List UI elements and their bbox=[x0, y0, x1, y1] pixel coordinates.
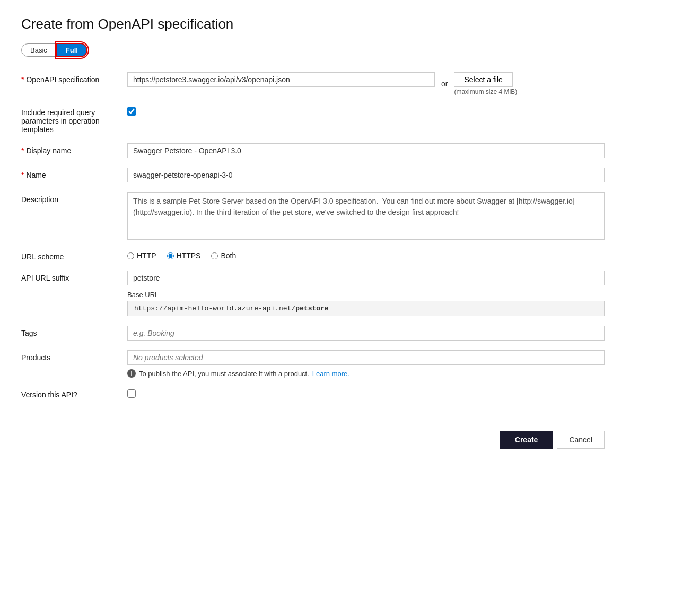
tab-basic[interactable]: Basic bbox=[21, 43, 56, 57]
version-api-checkbox[interactable] bbox=[127, 389, 136, 398]
publish-info: i To publish the API, you must associate… bbox=[127, 369, 605, 378]
base-url-suffix-text: petstore bbox=[295, 304, 328, 312]
version-api-label: Version this API? bbox=[21, 387, 127, 399]
openapi-spec-label: *OpenAPI specification bbox=[21, 72, 127, 84]
radio-http[interactable]: HTTP bbox=[127, 251, 156, 260]
tags-input-cell bbox=[127, 326, 605, 341]
name-input-cell bbox=[127, 168, 605, 182]
learn-more-link[interactable]: Learn more. bbox=[312, 370, 349, 378]
name-label: *Name bbox=[21, 168, 127, 179]
include-required-checkbox[interactable] bbox=[127, 107, 136, 116]
tags-input[interactable] bbox=[127, 326, 605, 341]
products-label: Products bbox=[21, 350, 127, 362]
api-url-suffix-cell: Base URL https://apim-hello-world.azure-… bbox=[127, 271, 605, 316]
radio-http-input[interactable] bbox=[127, 252, 134, 259]
description-textarea[interactable]: This is a sample Pet Store Server based … bbox=[127, 192, 605, 240]
openapi-spec-input-cell: or Select a file (maximum size 4 MiB) bbox=[127, 72, 605, 95]
page-title: Create from OpenAPI specification bbox=[21, 16, 679, 32]
url-scheme-label: URL scheme bbox=[21, 249, 127, 261]
base-url-box: https://apim-hello-world.azure-api.net/p… bbox=[127, 301, 605, 316]
version-checkbox-cell bbox=[127, 387, 605, 398]
products-input[interactable] bbox=[127, 350, 605, 365]
file-input-group: Select a file (maximum size 4 MiB) bbox=[454, 72, 517, 95]
display-name-label: *Display name bbox=[21, 143, 127, 155]
tags-label: Tags bbox=[21, 326, 127, 337]
api-url-suffix-input[interactable] bbox=[127, 271, 605, 285]
publish-info-text: To publish the API, you must associate i… bbox=[139, 370, 309, 378]
openapi-spec-url-input[interactable] bbox=[127, 72, 435, 87]
display-name-input-cell bbox=[127, 143, 605, 158]
footer-buttons: Create Cancel bbox=[21, 431, 605, 449]
tab-bar: Basic Full bbox=[21, 43, 679, 57]
form: *OpenAPI specification or Select a file … bbox=[21, 72, 605, 399]
api-url-suffix-label: API URL suffix bbox=[21, 271, 127, 282]
tab-full[interactable]: Full bbox=[56, 43, 88, 57]
radio-both-input[interactable] bbox=[211, 252, 218, 259]
radio-https-input[interactable] bbox=[167, 252, 174, 259]
base-url-label: Base URL bbox=[127, 291, 605, 299]
file-size-note: (maximum size 4 MiB) bbox=[454, 88, 517, 95]
select-file-button[interactable]: Select a file bbox=[454, 72, 512, 87]
create-button[interactable]: Create bbox=[500, 431, 553, 449]
radio-both[interactable]: Both bbox=[211, 251, 236, 260]
base-url-section: Base URL https://apim-hello-world.azure-… bbox=[127, 291, 605, 316]
url-scheme-radio-group: HTTP HTTPS Both bbox=[127, 249, 605, 260]
required-star: * bbox=[21, 75, 24, 84]
or-text: or bbox=[441, 80, 448, 88]
base-url-prefix: https://apim-hello-world.azure-api.net/ bbox=[134, 304, 295, 312]
products-input-cell: i To publish the API, you must associate… bbox=[127, 350, 605, 378]
radio-https[interactable]: HTTPS bbox=[167, 251, 201, 260]
info-icon: i bbox=[127, 369, 136, 378]
name-input[interactable] bbox=[127, 168, 605, 182]
description-input-cell: This is a sample Pet Store Server based … bbox=[127, 192, 605, 240]
display-name-input[interactable] bbox=[127, 143, 605, 158]
include-required-label: Include required query parameters in ope… bbox=[21, 105, 127, 134]
cancel-button[interactable]: Cancel bbox=[557, 431, 605, 449]
include-required-checkbox-cell bbox=[127, 105, 605, 116]
description-label: Description bbox=[21, 192, 127, 204]
